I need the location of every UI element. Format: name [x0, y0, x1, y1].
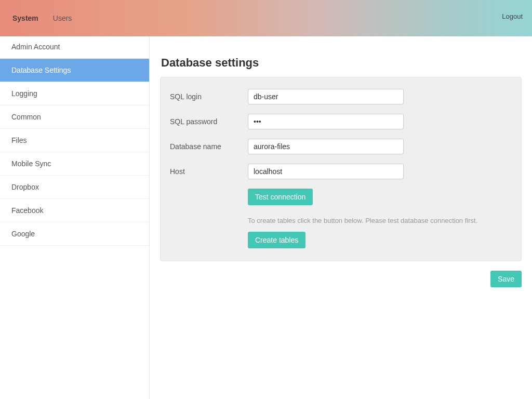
- sidebar: Admin Account Database Settings Logging …: [0, 35, 150, 399]
- db-name-input[interactable]: [248, 139, 404, 154]
- label-host: Host: [170, 167, 248, 176]
- sidebar-item-facebook[interactable]: Facebook: [0, 199, 149, 222]
- main-content: Database settings SQL login SQL password…: [150, 36, 532, 399]
- page-title: Database settings: [161, 56, 522, 70]
- save-row: Save: [160, 271, 522, 287]
- sidebar-item-google[interactable]: Google: [0, 222, 149, 246]
- tab-system[interactable]: System: [7, 10, 44, 26]
- host-input[interactable]: [248, 164, 404, 179]
- settings-panel: SQL login SQL password Database name Hos…: [160, 77, 522, 261]
- sidebar-item-files[interactable]: Files: [0, 129, 149, 152]
- sidebar-item-dropbox[interactable]: Dropbox: [0, 176, 149, 199]
- logout-link[interactable]: Logout: [502, 12, 523, 20]
- row-sql-password: SQL password: [170, 114, 512, 129]
- save-button[interactable]: Save: [490, 271, 522, 287]
- sidebar-item-logging[interactable]: Logging: [0, 82, 149, 105]
- create-tables-hint: To create tables click the button below.…: [248, 217, 512, 224]
- sidebar-item-mobile-sync[interactable]: Mobile Sync: [0, 152, 149, 176]
- test-connection-button[interactable]: Test connection: [248, 189, 313, 205]
- row-host: Host: [170, 164, 512, 179]
- tab-users[interactable]: Users: [48, 10, 77, 26]
- sql-password-input[interactable]: [248, 114, 404, 129]
- layout: Admin Account Database Settings Logging …: [0, 36, 532, 399]
- label-sql-password: SQL password: [170, 117, 248, 126]
- row-sql-login: SQL login: [170, 89, 512, 104]
- sql-login-input[interactable]: [248, 89, 404, 104]
- sidebar-item-database-settings[interactable]: Database Settings: [0, 59, 149, 82]
- create-tables-button[interactable]: Create tables: [248, 232, 305, 248]
- topbar: System Users Logout: [0, 0, 532, 36]
- row-db-name: Database name: [170, 139, 512, 154]
- sidebar-item-common[interactable]: Common: [0, 105, 149, 129]
- label-sql-login: SQL login: [170, 92, 248, 101]
- label-db-name: Database name: [170, 142, 248, 151]
- sidebar-item-admin-account[interactable]: Admin Account: [0, 35, 149, 59]
